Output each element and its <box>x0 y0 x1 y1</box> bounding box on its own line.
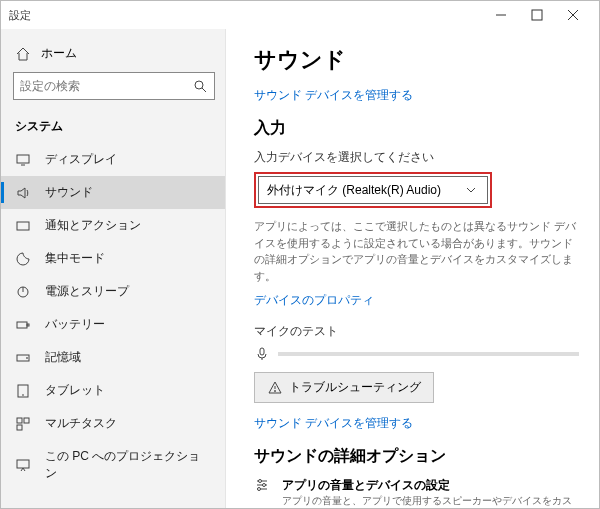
page-title: サウンド <box>254 45 579 75</box>
sidebar-item-sound[interactable]: サウンド <box>1 176 225 209</box>
mic-test-label: マイクのテスト <box>254 323 579 340</box>
manage-devices-link-2[interactable]: サウンド デバイスを管理する <box>254 415 579 432</box>
search-input[interactable] <box>20 79 192 93</box>
warning-icon <box>267 380 283 396</box>
main: サウンド サウンド デバイスを管理する 入力 入力デバイスを選択してください 外… <box>226 29 599 508</box>
category-title: システム <box>1 112 225 143</box>
sidebar-item-label: マルチタスク <box>45 415 117 432</box>
home-label: ホーム <box>41 45 77 62</box>
svg-point-23 <box>275 390 276 391</box>
svg-point-4 <box>195 81 203 89</box>
app-volume-title: アプリの音量とデバイスの設定 <box>282 477 579 494</box>
input-device-value: 外付けマイク (Realtek(R) Audio) <box>267 182 441 199</box>
svg-point-29 <box>258 488 261 491</box>
home-nav[interactable]: ホーム <box>1 39 225 72</box>
maximize-button[interactable] <box>519 1 555 29</box>
svg-point-27 <box>259 480 262 483</box>
svg-point-28 <box>263 484 266 487</box>
battery-icon <box>15 317 31 333</box>
svg-rect-18 <box>24 418 29 423</box>
sidebar-item-label: タブレット <box>45 382 105 399</box>
multitask-icon <box>15 416 31 432</box>
minimize-button[interactable] <box>483 1 519 29</box>
sidebar: ホーム システム ディスプレイ サウンド 通知とアクション 集中モード 電源とス… <box>1 29 226 508</box>
focus-icon <box>15 251 31 267</box>
svg-rect-8 <box>17 222 29 230</box>
input-device-select[interactable]: 外付けマイク (Realtek(R) Audio) <box>258 176 488 204</box>
sidebar-item-storage[interactable]: 記憶域 <box>1 341 225 374</box>
svg-line-5 <box>202 88 206 92</box>
sidebar-item-label: 電源とスリープ <box>45 283 129 300</box>
sidebar-item-notifications[interactable]: 通知とアクション <box>1 209 225 242</box>
notification-icon <box>15 218 31 234</box>
chevron-down-icon <box>463 182 479 198</box>
search-box[interactable] <box>13 72 215 100</box>
storage-icon <box>15 350 31 366</box>
svg-rect-1 <box>532 10 542 20</box>
sidebar-item-label: 通知とアクション <box>45 217 141 234</box>
titlebar: 設定 <box>1 1 599 29</box>
sidebar-item-label: ディスプレイ <box>45 151 117 168</box>
sound-icon <box>15 185 31 201</box>
power-icon <box>15 284 31 300</box>
sidebar-item-label: サウンド <box>45 184 93 201</box>
input-device-label: 入力デバイスを選択してください <box>254 149 579 166</box>
sidebar-item-display[interactable]: ディスプレイ <box>1 143 225 176</box>
device-properties-link[interactable]: デバイスのプロパティ <box>254 292 579 309</box>
svg-rect-12 <box>27 324 29 326</box>
sidebar-item-label: この PC へのプロジェクション <box>45 448 211 482</box>
highlight-box: 外付けマイク (Realtek(R) Audio) <box>254 172 492 208</box>
svg-point-14 <box>27 357 28 358</box>
input-heading: 入力 <box>254 118 579 139</box>
advanced-heading: サウンドの詳細オプション <box>254 446 579 467</box>
mic-level-bar <box>278 352 579 356</box>
mic-icon <box>254 346 270 362</box>
app-volume-row[interactable]: アプリの音量とデバイスの設定 アプリの音量と、アプリで使用するスピーカーやデバイ… <box>254 477 579 508</box>
sidebar-item-focus[interactable]: 集中モード <box>1 242 225 275</box>
content: ホーム システム ディスプレイ サウンド 通知とアクション 集中モード 電源とス… <box>1 29 599 508</box>
svg-rect-20 <box>17 460 29 468</box>
sidebar-item-label: 記憶域 <box>45 349 81 366</box>
sidebar-item-multitask[interactable]: マルチタスク <box>1 407 225 440</box>
sliders-icon <box>254 477 270 493</box>
svg-rect-17 <box>17 418 22 423</box>
app-volume-sub: アプリの音量と、アプリで使用するスピーカーやデバイスをカスタマイズします。 <box>282 494 579 508</box>
svg-rect-11 <box>17 322 27 328</box>
svg-rect-21 <box>260 348 264 355</box>
home-icon <box>15 46 31 62</box>
display-icon <box>15 152 31 168</box>
sidebar-item-tablet[interactable]: タブレット <box>1 374 225 407</box>
sidebar-item-label: 集中モード <box>45 250 105 267</box>
sidebar-item-power[interactable]: 電源とスリープ <box>1 275 225 308</box>
svg-rect-6 <box>17 155 29 163</box>
sidebar-item-battery[interactable]: バッテリー <box>1 308 225 341</box>
projection-icon <box>15 457 31 473</box>
window-title: 設定 <box>9 8 483 23</box>
search-icon <box>192 78 208 94</box>
svg-rect-19 <box>17 425 22 430</box>
mic-test-row <box>254 346 579 362</box>
tablet-icon <box>15 383 31 399</box>
sidebar-item-projection[interactable]: この PC へのプロジェクション <box>1 440 225 490</box>
close-button[interactable] <box>555 1 591 29</box>
troubleshoot-button[interactable]: トラブルシューティング <box>254 372 434 403</box>
troubleshoot-label: トラブルシューティング <box>289 379 421 396</box>
sidebar-item-label: バッテリー <box>45 316 105 333</box>
manage-devices-link[interactable]: サウンド デバイスを管理する <box>254 87 579 104</box>
input-help-text: アプリによっては、ここで選択したものとは異なるサウンド デバイスを使用するように… <box>254 218 579 284</box>
